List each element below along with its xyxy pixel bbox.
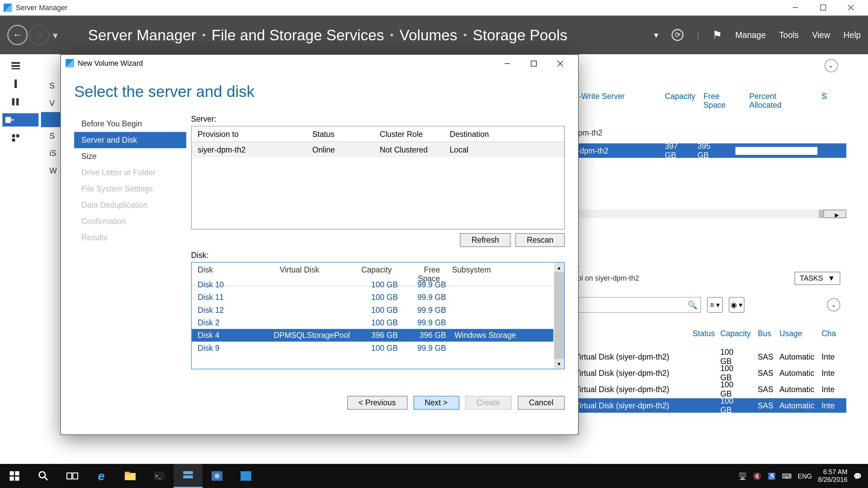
disk-row[interactable]: Disk 4DPMSQLStoragePool396 GB396 GBWindo… (192, 329, 553, 342)
cell: Inte (815, 352, 841, 361)
disk-table: Disk Virtual Disk Capacity Free Space Su… (191, 262, 565, 369)
svg-point-34 (215, 473, 219, 478)
refresh-icon[interactable]: ⟳ (672, 29, 684, 41)
nav-back-button[interactable]: ← (7, 25, 27, 45)
tray-notifications-icon[interactable]: 💬 (853, 472, 862, 480)
taskbar-cmd-icon[interactable]: >_ (145, 464, 174, 488)
filter-collapse-button[interactable]: ⌄ (827, 298, 840, 311)
rescan-button[interactable]: Rescan (515, 233, 565, 247)
step-dedup: Data Deduplication (74, 197, 186, 213)
filter-dropdown-1[interactable]: ≡ ▾ (707, 297, 723, 312)
menu-help[interactable]: Help (844, 30, 861, 40)
breadcrumb-sub[interactable]: Volumes (399, 26, 457, 44)
vd-col-status[interactable]: Status (687, 327, 714, 341)
disk-row[interactable]: Disk 9100 GB99.9 GB (192, 342, 553, 354)
menu-tools[interactable]: Tools (779, 30, 799, 40)
scrollbar-right-button[interactable]: ▶ (823, 210, 846, 218)
breadcrumb-section[interactable]: File and Storage Services (212, 26, 384, 44)
filter-dropdown-2[interactable]: ◉ ▾ (729, 297, 744, 312)
vd-row[interactable]: Virtual Disk (siyer-dpm-th2) 100 GB SAS … (568, 349, 846, 364)
cancel-button[interactable]: Cancel (517, 395, 565, 409)
vd-col-name[interactable]: e (568, 327, 686, 341)
vd-col-bus[interactable]: Bus (752, 327, 773, 341)
step-before-you-begin[interactable]: Before You Begin (74, 116, 186, 132)
nav-file-storage-icon[interactable] (2, 113, 39, 126)
col-cap[interactable]: Capacity (659, 90, 697, 111)
vd-col-cha[interactable]: Cha (815, 327, 842, 341)
bg-column-headers: d-Write Server Capacity Free Space Perce… (568, 90, 833, 111)
col-s[interactable]: S (815, 90, 833, 111)
flag-icon[interactable]: ⚑ (712, 28, 722, 42)
close-button[interactable] (837, 0, 865, 15)
header-dropdown-icon[interactable]: ▾ (654, 30, 658, 40)
col-role[interactable]: Cluster Role (374, 126, 443, 141)
disk-row[interactable]: Disk 2100 GB99.9 GB (192, 316, 553, 329)
svg-rect-26 (73, 473, 78, 479)
dialog-close-button[interactable] (547, 56, 573, 71)
taskbar-app2-icon[interactable] (232, 464, 260, 488)
svg-rect-32 (183, 475, 193, 479)
next-button[interactable]: Next > (413, 395, 459, 409)
tray-keyboard-icon[interactable]: ⌨ (782, 472, 791, 480)
section-collapse-button[interactable]: ⌄ (825, 59, 838, 72)
col-destination[interactable]: Destination (443, 126, 495, 141)
vd-col-usage[interactable]: Usage (773, 327, 815, 341)
step-server-and-disk[interactable]: Server and Disk (74, 132, 186, 148)
breadcrumb-sep-icon: • (202, 29, 205, 40)
tray-accessibility-icon[interactable]: ♿ (768, 472, 776, 480)
tray-language[interactable]: ENG (797, 472, 812, 480)
step-size[interactable]: Size (74, 148, 186, 164)
previous-button[interactable]: < Previous (347, 395, 407, 409)
search-input[interactable] (569, 298, 685, 312)
taskbar-explorer-icon[interactable] (116, 464, 144, 488)
nav-other-icon[interactable] (8, 131, 33, 145)
col-status[interactable]: Status (306, 126, 374, 141)
vd-row[interactable]: Virtual Disk (siyer-dpm-th2) 100 GB SAS … (568, 382, 846, 396)
taskbar-app1-icon[interactable] (202, 464, 231, 488)
dialog-icon (66, 59, 74, 67)
breadcrumb-leaf[interactable]: Storage Pools (473, 26, 567, 44)
breadcrumb-app[interactable]: Server Manager (88, 26, 196, 44)
scrollbar-thumb[interactable] (554, 272, 564, 359)
divider: | (697, 30, 699, 40)
refresh-button[interactable]: Refresh (460, 233, 511, 247)
bg-horizontal-scrollbar[interactable]: ▶ (568, 210, 846, 218)
vd-row-selected[interactable]: Virtual Disk (siyer-dpm-th2) 100 GB SAS … (568, 398, 846, 413)
scroll-up-button[interactable]: ▲ (554, 263, 564, 272)
col-pct[interactable]: Percent Allocated (743, 90, 815, 111)
tray-volume-icon[interactable]: 🔇 (753, 472, 762, 480)
disk-row[interactable]: Disk 10100 GB99.9 GB (192, 278, 553, 291)
server-row[interactable]: siyer-dpm-th2 Online Not Clustered Local (192, 142, 564, 157)
nav-dashboard-icon[interactable] (8, 59, 33, 72)
nav-all-servers-icon[interactable] (8, 95, 33, 108)
nav-history-dropdown[interactable]: ▾ (53, 29, 58, 41)
dialog-maximize-button[interactable] (520, 56, 547, 71)
svg-rect-6 (12, 68, 20, 69)
svg-rect-16 (531, 61, 536, 66)
tray-screens-icon[interactable]: 🖥️ (738, 472, 747, 480)
menu-view[interactable]: View (812, 30, 830, 40)
vd-row[interactable]: Virtual Disk (siyer-dpm-th2) 100 GB SAS … (568, 366, 846, 380)
scroll-down-button[interactable]: ▼ (554, 359, 564, 369)
col-free[interactable]: Free Space (697, 90, 743, 111)
tasks-dropdown-button[interactable]: TASKS▼ (794, 272, 840, 285)
disk-row[interactable]: Disk 11100 GB99.9 GB (192, 291, 553, 304)
task-view-icon[interactable] (58, 464, 87, 488)
nav-local-server-icon[interactable] (8, 77, 33, 90)
maximize-button[interactable] (809, 0, 837, 15)
search-icon[interactable]: 🔍 (685, 298, 701, 312)
menu-manage[interactable]: Manage (735, 30, 766, 40)
search-icon[interactable] (29, 464, 58, 488)
bg-selected-row[interactable]: r-dpm-th2 397 GB 395 GB (568, 143, 846, 158)
disk-row[interactable]: Disk 12100 GB99.9 GB (192, 304, 553, 316)
tray-clock[interactable]: 6:57 AM 8/26/2016 (818, 468, 848, 484)
vd-col-cap[interactable]: Capacity (714, 327, 752, 341)
start-button[interactable] (0, 464, 29, 488)
dialog-minimize-button[interactable] (494, 56, 520, 71)
taskbar-servermanager-icon[interactable] (174, 464, 202, 488)
taskbar-ie-icon[interactable]: e (87, 464, 116, 488)
minimize-button[interactable] (781, 0, 809, 15)
col-provision[interactable]: Provision to (192, 126, 306, 141)
col-rw[interactable]: d-Write Server (568, 90, 659, 111)
disk-scrollbar[interactable]: ▲ ▼ (554, 263, 564, 369)
